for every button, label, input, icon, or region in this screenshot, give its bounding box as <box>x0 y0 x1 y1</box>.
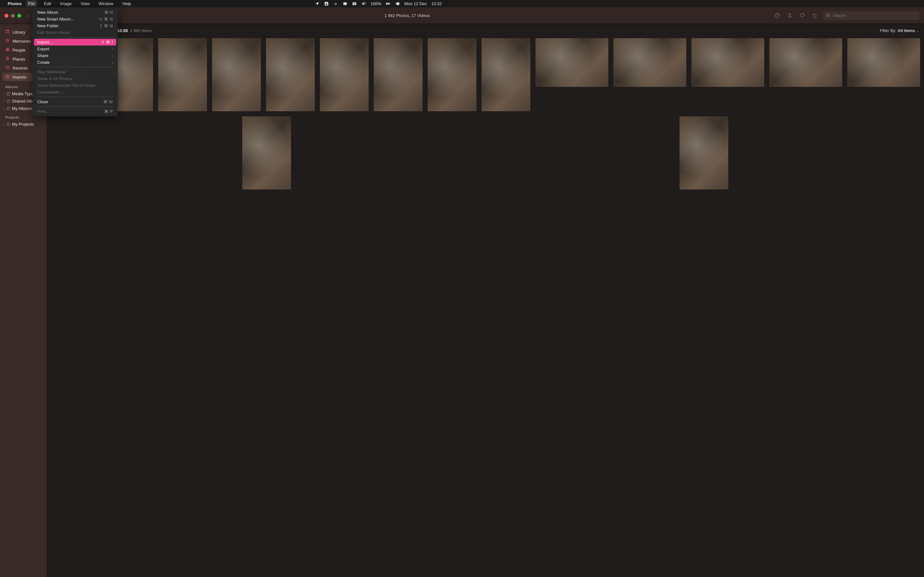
svg-rect-25 <box>7 108 10 110</box>
chevron-right-icon: › <box>3 99 4 103</box>
location-icon[interactable] <box>315 1 320 6</box>
keyboard-input-icon[interactable]: A <box>352 1 357 6</box>
recents-icon <box>5 65 10 71</box>
window-close-button[interactable] <box>5 14 8 18</box>
sidebar-item-label: My Albums <box>12 106 32 111</box>
svg-point-20 <box>7 58 8 59</box>
shortcut-label: ⇧ ⌘ N <box>99 23 113 28</box>
menu-item-play-slideshow: Play Slideshow <box>34 69 116 75</box>
nav-back-button[interactable]: ‹ <box>27 12 29 19</box>
sidebar-item-my-projects[interactable]: ›My Projects <box>3 121 44 128</box>
menubar-status: A 100% Mon 12 Dec 10:32 <box>315 1 442 6</box>
svg-rect-6 <box>390 3 390 4</box>
menu-item-import[interactable]: Import…⇧ ⌘ I <box>34 39 116 45</box>
menu-item-new-album[interactable]: New Album⌘ N <box>34 9 116 16</box>
places-icon <box>5 56 10 62</box>
shortcut-label: ⌘ N <box>104 10 113 15</box>
photo-thumbnail[interactable] <box>242 116 291 189</box>
menu-item-print: Print…⌘ P <box>34 108 116 115</box>
menu-view[interactable]: View <box>79 1 92 7</box>
photo-thumbnail[interactable] <box>428 38 446 111</box>
menu-image[interactable]: Image <box>58 1 73 7</box>
svg-rect-7 <box>397 3 399 5</box>
sidebar-item-label: Imports <box>13 75 26 79</box>
chevron-right-icon: › <box>3 122 4 126</box>
stage-manager-icon[interactable] <box>395 1 400 6</box>
photo-thumbnail[interactable] <box>266 38 315 111</box>
menu-item-share[interactable]: Share› <box>34 52 116 59</box>
sidebar-item-label: Memories <box>13 39 31 44</box>
photo-thumbnail[interactable] <box>374 38 423 111</box>
control-center-icon[interactable] <box>342 1 347 6</box>
menu-item-create[interactable]: Create› <box>34 59 116 66</box>
menu-item-show-referenced-file-in-finder: Show Referenced File in Finder <box>34 82 116 89</box>
svg-point-19 <box>7 48 8 50</box>
library-icon <box>5 29 10 35</box>
photo-thumbnail[interactable] <box>212 38 261 111</box>
menubar-date[interactable]: Mon 12 Dec <box>404 1 427 6</box>
group-time-label: 10:28 <box>117 28 128 33</box>
menu-separator <box>37 37 113 37</box>
svg-rect-24 <box>7 100 10 103</box>
memories-icon <box>5 38 10 44</box>
menu-separator <box>37 97 113 97</box>
chevron-right-icon: › <box>111 54 113 58</box>
volume-icon[interactable] <box>361 1 366 6</box>
battery-percent: 100% <box>371 1 381 6</box>
photo-thumbnail[interactable] <box>158 38 207 111</box>
shortcut-label: ⌘ W <box>103 99 113 104</box>
svg-rect-16 <box>6 31 9 33</box>
svg-text:A: A <box>354 3 355 5</box>
sidebar-item-label: My Projects <box>12 122 34 127</box>
menu-window[interactable]: Window <box>97 1 115 7</box>
chevron-right-icon: › <box>111 47 113 51</box>
menu-help[interactable]: Help <box>121 1 133 7</box>
shortcut-label: ⌘ P <box>104 109 113 114</box>
wifi-icon[interactable] <box>333 1 338 6</box>
sidebar-item-label: Places <box>13 57 25 61</box>
svg-rect-26 <box>7 123 10 126</box>
file-menu-dropdown: New Album⌘ NNew Smart Album…⌥ ⌘ NNew Fol… <box>32 7 118 116</box>
chevron-right-icon: › <box>3 107 4 110</box>
menubar-time[interactable]: 10:32 <box>431 1 442 6</box>
sidebar-item-label: Library <box>13 30 25 35</box>
window-traffic-lights <box>5 14 21 18</box>
window-zoom-button[interactable] <box>17 14 21 18</box>
shortcut-label: ⇧ ⌘ I <box>101 40 113 45</box>
triangle-icon[interactable] <box>324 1 329 6</box>
menu-item-close[interactable]: Close⌘ W <box>34 98 116 105</box>
chevron-right-icon: › <box>111 61 113 64</box>
imports-icon <box>5 74 10 80</box>
menu-item-new-folder[interactable]: New Folder⇧ ⌘ N <box>34 23 116 29</box>
menu-item-new-smart-album[interactable]: New Smart Album…⌥ ⌘ N <box>34 16 116 23</box>
group-count-label: 1 995 Items <box>130 28 152 33</box>
menu-item-edit-smart-album: Edit Smart Album… <box>34 29 116 36</box>
sidebar-item-label: Recents <box>13 66 28 71</box>
sidebar-item-label: People <box>13 48 25 53</box>
window-minimize-button[interactable] <box>11 14 15 18</box>
menu-item-consolidate: Consolidate… <box>34 89 116 95</box>
svg-rect-23 <box>7 93 10 95</box>
sidebar-item-label: Media Types <box>12 91 35 96</box>
system-menubar: Photos FileEditImageViewWindowHelp A 100… <box>0 0 446 7</box>
menu-item-show-in-all-photos: Show in All Photos <box>34 75 116 82</box>
battery-icon[interactable] <box>386 1 391 6</box>
svg-point-17 <box>6 39 8 41</box>
shortcut-label: ⌥ ⌘ N <box>98 17 113 21</box>
people-icon <box>5 47 10 53</box>
photo-thumbnail[interactable] <box>320 38 368 111</box>
chevron-right-icon: › <box>3 92 4 95</box>
menu-item-export[interactable]: Export› <box>34 45 116 52</box>
app-name[interactable]: Photos <box>8 1 22 6</box>
menu-edit[interactable]: Edit <box>42 1 53 7</box>
menu-file[interactable]: File <box>26 1 37 7</box>
svg-rect-1 <box>344 3 347 5</box>
menu-separator <box>37 106 113 107</box>
